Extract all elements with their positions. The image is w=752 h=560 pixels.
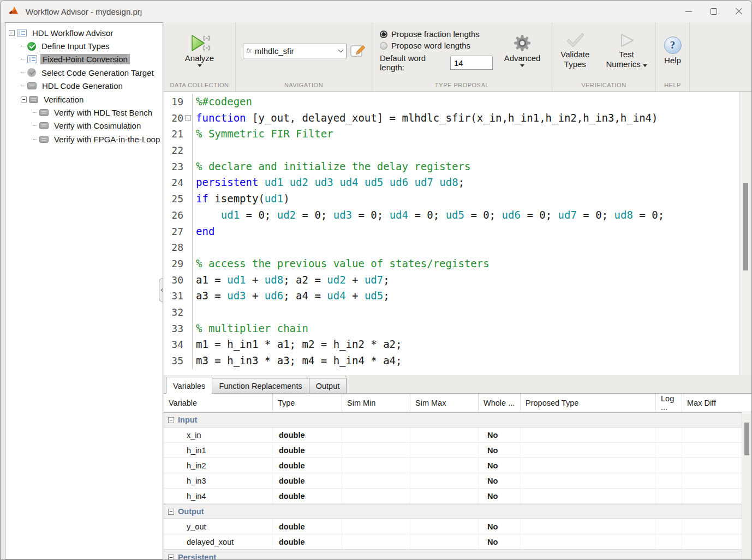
column-header-max-diff[interactable]: Max Diff	[682, 394, 751, 412]
code-token	[433, 176, 439, 188]
fold-gutter	[183, 126, 193, 142]
test-numerics-button[interactable]: Test Numerics	[601, 31, 651, 71]
column-header-proposed-type[interactable]: Proposed Type	[521, 394, 656, 412]
group-row-input[interactable]: Input	[164, 412, 751, 427]
table-row-delayed-xout[interactable]: delayed_xoutdoubleNo	[164, 534, 751, 550]
column-header-sim-min[interactable]: Sim Min	[342, 394, 410, 412]
propose-word-lengths-radio[interactable]: Propose word lengths	[380, 41, 493, 50]
validate-types-button[interactable]: Validate Types	[556, 31, 594, 71]
sidebar-item-label: HDL Code Generation	[40, 81, 125, 91]
sidebar-item-verify-with-fpga-in-the-loop[interactable]: Verify with FPGA-in-the-Loop	[5, 133, 163, 146]
tree-expander-icon[interactable]	[21, 97, 27, 103]
code-token: = 0;	[633, 209, 664, 221]
table-row-h-in4[interactable]: h_in4doubleNo	[164, 489, 751, 504]
code-line-34: 34m1 = h_in1 * a1; m2 = h_in2 * a2;	[164, 336, 751, 353]
code-line-33: 33% multiplier chain	[164, 321, 751, 337]
cell-sim-max	[410, 473, 479, 488]
close-icon	[735, 7, 743, 16]
group-collapse-icon[interactable]	[168, 509, 174, 515]
cell-type: double	[273, 519, 342, 534]
editor-scrollbar[interactable]	[739, 92, 751, 375]
column-header-sim-max[interactable]: Sim Max	[410, 394, 479, 412]
group-row-output[interactable]: Output	[164, 504, 751, 519]
advanced-label: Advanced	[504, 53, 541, 63]
main-area: Analyze DATA COLLECTION fx mlhdlc_sfir	[164, 22, 751, 559]
group-row-persistent[interactable]: Persistent	[164, 550, 751, 559]
default-word-length-input[interactable]	[450, 56, 493, 70]
gear-icon	[514, 34, 531, 52]
line-number: 27	[164, 224, 183, 240]
tab-output[interactable]: Output	[309, 378, 347, 393]
cell-sim-min	[342, 519, 410, 534]
sidebar-item-label: HDL Workflow Advisor	[30, 28, 115, 38]
function-selector-combobox[interactable]: fx mlhdlc_sfir	[243, 44, 347, 58]
maximize-button[interactable]	[701, 1, 726, 22]
group-collapse-icon[interactable]	[168, 417, 174, 423]
cell-sim-min	[342, 427, 410, 442]
section-navigation: fx mlhdlc_sfir	[236, 22, 372, 91]
sidebar-item-select-code-generation-target[interactable]: Select Code Generation Target	[5, 66, 163, 79]
table-scrollbar-thumb[interactable]	[744, 423, 749, 455]
propose-fraction-lengths-radio[interactable]: Propose fraction lengths	[380, 29, 493, 39]
code-token: ud7	[365, 274, 383, 286]
sidebar-item-verification[interactable]: Verification	[5, 93, 163, 106]
tab-variables[interactable]: Variables	[166, 377, 212, 394]
workflow-advisor-window: Workflow Advisor - mydesign.prj HDL Work…	[0, 0, 752, 560]
fold-gutter	[183, 256, 193, 272]
sidebar-item-hdl-workflow-advisor[interactable]: HDL Workflow Advisor	[5, 26, 163, 39]
column-header-type[interactable]: Type	[273, 394, 342, 412]
cell-sim-min	[342, 443, 410, 457]
minimize-button[interactable]	[676, 1, 701, 22]
column-header-variable[interactable]: Variable	[164, 394, 273, 412]
sidebar-collapse-button[interactable]	[159, 278, 163, 302]
table-row-y-out[interactable]: y_outdoubleNo	[164, 519, 751, 534]
cell-whole: No	[479, 534, 521, 549]
tree-expander-icon[interactable]	[9, 30, 15, 36]
cell-log	[656, 443, 682, 457]
code-fold-icon[interactable]	[185, 115, 191, 121]
sidebar-item-verify-with-hdl-test-bench[interactable]: Verify with HDL Test Bench	[5, 106, 163, 119]
table-row-h-in3[interactable]: h_in3doubleNo	[164, 473, 751, 489]
analyze-button[interactable]: Analyze	[181, 32, 218, 69]
check-gray-icon	[27, 68, 36, 77]
help-button[interactable]: ? Help	[660, 34, 686, 67]
toolbar-filler	[690, 22, 751, 91]
table-row-x-in[interactable]: x_indoubleNo	[164, 427, 751, 443]
cell-max-diff	[682, 489, 751, 503]
analyze-label: Analyze	[185, 53, 214, 63]
edit-function-button[interactable]	[350, 44, 365, 58]
validate-types-label-2: Types	[564, 59, 586, 69]
table-scrollbar[interactable]	[742, 412, 751, 559]
code-line-19: 19%#codegen	[164, 94, 751, 110]
column-header-log[interactable]: Log ...	[656, 394, 682, 412]
code-token: ud3	[314, 176, 333, 188]
close-button[interactable]	[726, 1, 751, 22]
fold-gutter	[183, 336, 193, 353]
code-token	[359, 176, 365, 188]
code-token: ud4	[390, 209, 408, 221]
code-token: ud3	[333, 209, 352, 221]
cell-sim-max	[410, 458, 479, 473]
code-token: m1 = h_in1 * a1; m2 = h_in2 * a2;	[196, 338, 402, 350]
analyze-run-icon	[189, 34, 210, 52]
advanced-button[interactable]: Advanced	[500, 32, 545, 69]
sidebar-item-hdl-code-generation[interactable]: HDL Code Generation	[5, 80, 163, 93]
fold-gutter	[183, 353, 193, 369]
help-label: Help	[664, 56, 681, 65]
editor-scrollbar-thumb[interactable]	[743, 183, 748, 270]
cell-proposed-type	[521, 534, 656, 549]
code-token: ud5	[365, 176, 383, 188]
line-number: 33	[164, 321, 183, 337]
advanced-dropdown-caret-icon	[520, 64, 524, 67]
group-collapse-icon[interactable]	[168, 555, 174, 560]
line-number: 20	[164, 110, 183, 127]
table-row-h-in1[interactable]: h_in1doubleNo	[164, 443, 751, 458]
sidebar-item-fixed-point-conversion[interactable]: Fixed-Point Conversion	[5, 53, 163, 66]
table-row-h-in2[interactable]: h_in2doubleNo	[164, 458, 751, 473]
analyze-dropdown-caret-icon	[198, 64, 202, 67]
sidebar-item-verify-with-cosimulation[interactable]: Verify with Cosimulation	[5, 119, 163, 133]
code-token: [y_out, delayed_xout] = mlhdlc_sfir(x_in…	[246, 112, 658, 124]
column-header-whole[interactable]: Whole ...	[479, 394, 521, 412]
tab-function-replacements[interactable]: Function Replacements	[212, 378, 309, 393]
sidebar-item-define-input-types[interactable]: Define Input Types	[5, 39, 163, 52]
